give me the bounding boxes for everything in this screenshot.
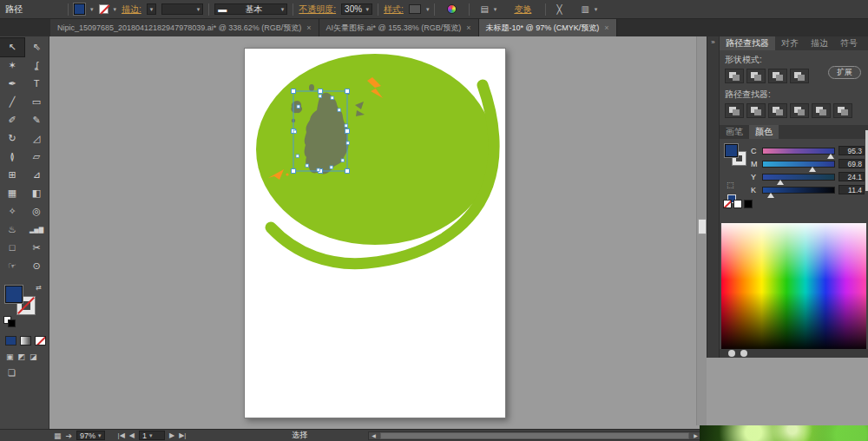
none-swatch[interactable]	[723, 200, 732, 208]
pen-tool[interactable]: ✒	[0, 75, 24, 93]
draw-normal-icon[interactable]: ▣	[6, 352, 14, 361]
opacity-mask-icon[interactable]: ▤	[480, 4, 488, 14]
default-stroke-icon[interactable]	[8, 319, 16, 327]
panel-tab[interactable]: 路径查找器	[720, 36, 775, 50]
yellow-value[interactable]: 24.1	[838, 172, 865, 181]
vertical-scrollbar-thumb[interactable]	[698, 219, 707, 234]
mesh-tool[interactable]: ▦	[0, 184, 24, 202]
merge-button[interactable]	[768, 103, 787, 118]
gradient-tool[interactable]: ◧	[24, 184, 49, 202]
options-dropdown-icon[interactable]: ▾	[595, 6, 598, 13]
tab-close-icon[interactable]: ×	[604, 23, 608, 32]
fill-swatch[interactable]	[5, 286, 23, 303]
brush-dropdown-icon[interactable]: ▾	[281, 6, 285, 13]
expand-button[interactable]: 扩展	[828, 66, 861, 79]
perspective-grid-tool[interactable]: ⊿	[24, 166, 49, 184]
gamut-warning-cube-icon[interactable]: ⬚	[727, 181, 734, 189]
last-artboard-button[interactable]: ▶|	[179, 431, 186, 439]
minus-front-button[interactable]	[746, 69, 766, 83]
first-artboard-button[interactable]: |◀	[118, 431, 125, 439]
magenta-value[interactable]: 69.8	[838, 159, 865, 168]
width-tool[interactable]: ≬	[0, 148, 24, 166]
fill-color-swatch[interactable]	[74, 3, 85, 15]
zoom-field[interactable]: 97% ▾	[76, 431, 105, 440]
tab-close-icon[interactable]: ×	[466, 23, 470, 32]
swap-fill-stroke-icon[interactable]: ⇄	[36, 284, 42, 292]
crossed-arrows-icon[interactable]: ╳	[556, 4, 562, 14]
document-tab[interactable]: 未标题-10* @ 97% (CMYK/预览) ×	[479, 19, 617, 36]
stroke-dropdown-icon[interactable]: ▾	[114, 6, 117, 13]
rectangle-tool[interactable]: ▭	[24, 93, 49, 111]
white-swatch[interactable]	[733, 200, 742, 208]
direct-selection-tool[interactable]: ⇖	[24, 38, 49, 56]
fill-dropdown-icon[interactable]: ▾	[90, 6, 94, 13]
opacity-dropdown-icon[interactable]: ▾	[366, 6, 370, 13]
minus-back-button[interactable]	[833, 103, 852, 118]
unite-button[interactable]	[725, 69, 744, 83]
stroke-link[interactable]: 描边:	[122, 3, 141, 16]
artboard-tool[interactable]: □	[0, 239, 24, 257]
panel-tab[interactable]: 描边	[805, 36, 834, 50]
color-spectrum[interactable]	[721, 223, 866, 349]
brush-definition-field[interactable]: ▬ 基本 ▾	[214, 3, 287, 15]
crop-button[interactable]	[790, 103, 809, 118]
panel-tab[interactable]: 符号	[834, 36, 864, 50]
screen-mode-icon[interactable]: ❏	[8, 368, 16, 378]
style-dropdown-icon[interactable]: ▾	[426, 6, 430, 13]
panel-options-icon[interactable]: ▥	[581, 4, 589, 14]
document-tab[interactable]: Nipic_15097685_20180412182947978039.ai* …	[50, 19, 319, 36]
color-fill-swatch[interactable]	[725, 144, 738, 157]
artboard-dropdown-icon[interactable]: ▾	[149, 432, 153, 439]
scroll-left-icon[interactable]: ◀	[369, 432, 378, 439]
document-tab[interactable]: AI矢量图标.ai* @ 155.38% (RGB/预览) ×	[319, 19, 479, 36]
width-profile-field[interactable]: ▾	[161, 3, 203, 15]
black-swatch[interactable]	[744, 200, 753, 208]
free-transform-tool[interactable]: ▱	[24, 148, 49, 166]
slider-thumb[interactable]	[767, 193, 774, 198]
horizontal-scrollbar[interactable]: ◀ ▶	[368, 431, 701, 440]
stroke-weight-dropdown-icon[interactable]: ▾	[150, 6, 154, 13]
status-grid-icon[interactable]: ▦	[54, 431, 62, 440]
intersect-button[interactable]	[768, 69, 787, 83]
artboard-number-field[interactable]: 1 ▾	[139, 431, 165, 440]
width-profile-dropdown-icon[interactable]: ▾	[197, 6, 201, 13]
horizontal-scrollbar-thumb[interactable]	[380, 432, 689, 439]
paintbrush-tool[interactable]: ✐	[0, 111, 24, 129]
grip-dot[interactable]	[740, 350, 747, 357]
collapse-dock-icon[interactable]: »	[711, 38, 714, 46]
zoom-dropdown-icon[interactable]: ▾	[98, 432, 102, 439]
style-link[interactable]: 样式:	[384, 3, 404, 16]
draw-inside-icon[interactable]: ◪	[30, 352, 37, 361]
slider-thumb[interactable]	[809, 167, 816, 172]
zoom-tool[interactable]: ⊙	[24, 257, 49, 275]
hand-tool[interactable]: ☞	[0, 257, 24, 275]
color-mode-button[interactable]	[5, 336, 16, 346]
outline-button[interactable]	[812, 103, 831, 118]
eyedropper-tool[interactable]: ✧	[0, 202, 24, 220]
line-tool[interactable]: ╱	[0, 93, 24, 111]
panel-tab[interactable]: 画笔	[720, 125, 749, 139]
tab-close-icon[interactable]: ×	[306, 23, 311, 32]
stroke-weight-field[interactable]: ▾	[147, 3, 157, 15]
style-swatch[interactable]	[409, 4, 421, 14]
cyan-slider[interactable]	[762, 148, 835, 155]
lasso-tool[interactable]: ʆ	[24, 56, 49, 75]
none-mode-button[interactable]	[35, 336, 46, 346]
panel-tab[interactable]: 颜色	[749, 125, 779, 139]
magenta-slider[interactable]	[762, 161, 835, 168]
black-value[interactable]: 11.4	[838, 185, 865, 194]
type-tool[interactable]: T	[24, 75, 49, 93]
gradient-mode-button[interactable]	[20, 336, 31, 346]
pencil-tool[interactable]: ✎	[24, 111, 49, 129]
black-slider[interactable]	[762, 187, 835, 194]
map-islet-shape[interactable]	[309, 84, 314, 91]
graph-tool[interactable]: ▂▅▇	[24, 220, 49, 239]
orange-dot-shape[interactable]	[286, 173, 288, 175]
magic-wand-tool[interactable]: ✶	[0, 56, 24, 75]
yellow-slider[interactable]	[762, 174, 835, 181]
stroke-color-swatch[interactable]	[99, 4, 108, 14]
vertical-scrollbar[interactable]	[696, 36, 707, 425]
grip-dot[interactable]	[728, 350, 735, 357]
opacity-link[interactable]: 不透明度:	[299, 3, 336, 16]
prev-artboard-button[interactable]: ◀	[129, 431, 135, 439]
